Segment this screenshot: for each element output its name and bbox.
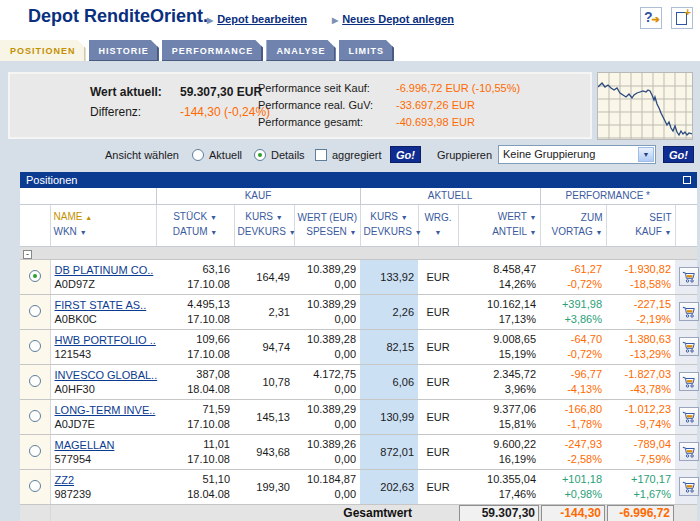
triangle-down-icon[interactable]: ▼ <box>530 214 537 221</box>
chart-sparkline <box>598 73 692 139</box>
shopping-cart-icon[interactable] <box>679 442 699 461</box>
collapse-minus-icon[interactable]: - <box>23 250 32 259</box>
new-document-icon[interactable] <box>671 7 693 29</box>
kauf-kurs-value: 164,49 <box>238 271 290 283</box>
shopping-cart-icon[interactable] <box>679 267 699 286</box>
position-name-link[interactable]: FIRST STATE AS.. <box>55 299 153 311</box>
row-select-radio[interactable] <box>29 410 41 422</box>
table-row: FIRST STATE AS.. A0BK0C 4.495,13 17.10.0… <box>20 294 697 329</box>
kauf-wert-value: 10.184,87 <box>298 472 356 487</box>
triangle-down-icon[interactable]: ▼ <box>415 229 422 236</box>
triangle-down-icon[interactable]: ▼ <box>289 229 296 236</box>
position-name-link[interactable]: INVESCO GLOBAL.. <box>55 369 153 381</box>
triangle-down-icon[interactable]: ▼ <box>435 229 442 236</box>
col-header-stueck-datum[interactable]: STÜCK ▼ DATUM ▼ <box>156 204 234 246</box>
shopping-cart-icon[interactable] <box>679 477 699 496</box>
tab-analyse[interactable]: ANALYSE <box>266 40 335 61</box>
seit-kauf-pct-value: -43,78% <box>610 382 671 397</box>
checkbox-aggregiert[interactable] <box>315 149 327 161</box>
aktuell-kurs-value: 2,26 <box>364 306 414 318</box>
tab-performance[interactable]: PERFORMANCE <box>162 40 264 61</box>
radio-details-label[interactable]: Details <box>271 144 305 165</box>
seit-kauf-pct-value: -13,29% <box>610 347 671 362</box>
triangle-up-icon[interactable]: ▲ <box>85 214 92 221</box>
wrg-value: EUR <box>422 271 454 283</box>
row-select-radio[interactable] <box>29 340 41 352</box>
wert-spesen-cell: 10.389,29 0,00 <box>294 294 360 329</box>
wert-spesen-cell: 10.389,26 0,00 <box>294 434 360 469</box>
triangle-down-icon[interactable]: ▼ <box>530 229 537 236</box>
aktuell-wert-value: 10.162,14 <box>462 297 536 312</box>
col-header-kurs-devkurs-kauf[interactable]: KURS ▼ DEVKURS ▼ <box>234 204 294 246</box>
triangle-down-icon[interactable]: ▼ <box>665 229 672 236</box>
spesen-value: 0,00 <box>298 382 356 397</box>
neues-depot-anlegen-link[interactable]: ▶Neues Depot anlegen <box>332 13 454 25</box>
col-header-wert-spesen[interactable]: WERT (EUR) SPESEN ▼ <box>294 204 360 246</box>
radio-aktuell[interactable] <box>192 149 204 161</box>
ansicht-go-button[interactable]: Go! <box>390 146 421 163</box>
position-name-cell: MAGELLAN 577954 <box>50 434 156 469</box>
anteil-value: 17,13% <box>462 312 536 327</box>
wrg-cell: EUR <box>418 469 458 504</box>
gruppieren-go-button[interactable]: Go! <box>663 146 694 163</box>
wrg-cell: EUR <box>418 259 458 294</box>
col-header-name[interactable]: NAME ▲ WKN ▼ <box>50 204 156 246</box>
triangle-down-icon[interactable]: ▼ <box>80 229 87 236</box>
triangle-down-icon[interactable]: ▼ <box>596 229 603 236</box>
seit-kauf-pct-value: -7,59% <box>610 452 671 467</box>
row-select-radio[interactable] <box>29 480 41 492</box>
positions-rows: DB PLATINUM CO.. A0D97Z 63,16 17.10.08 1… <box>20 259 697 504</box>
position-name-link[interactable]: LONG-TERM INVE.. <box>55 404 153 416</box>
tab-positionen[interactable]: POSITIONEN <box>0 40 86 61</box>
gruppieren-select[interactable]: Keine Gruppierung ▼ <box>498 145 656 164</box>
gruppieren-label: Gruppieren <box>437 144 492 165</box>
tab-historie[interactable]: HISTORIE <box>89 40 159 61</box>
col-header-seit-kauf[interactable]: SEIT KAUF ▼ <box>606 204 675 246</box>
checkbox-aggregiert-label[interactable]: aggregiert <box>332 144 382 165</box>
seit-kauf-value: -1.930,82 <box>610 262 671 277</box>
row-select-radio[interactable] <box>29 445 41 457</box>
position-name-link[interactable]: HWB PORTFOLIO .. <box>55 334 153 346</box>
shopping-cart-icon[interactable] <box>679 407 699 426</box>
chevron-down-icon[interactable]: ▼ <box>638 147 654 162</box>
position-name-link[interactable]: DB PLATINUM CO.. <box>55 264 153 276</box>
position-name-link[interactable]: MAGELLAN <box>55 439 153 451</box>
gesamtwert-label: Gesamtwert <box>50 504 458 521</box>
triangle-down-icon[interactable]: ▼ <box>276 214 283 221</box>
triangle-right-icon: ▶ <box>332 16 338 25</box>
anteil-value: 17,46% <box>462 487 536 502</box>
stueck-value: 4.495,13 <box>160 297 230 312</box>
window-box-icon[interactable] <box>683 176 691 184</box>
row-select-radio[interactable] <box>29 375 41 387</box>
stueck-value: 109,66 <box>160 332 230 347</box>
shopping-cart-icon[interactable] <box>679 337 699 356</box>
kauf-kurs-value: 943,68 <box>238 446 290 458</box>
radio-aktuell-label[interactable]: Aktuell <box>209 144 242 165</box>
triangle-down-icon[interactable]: ▼ <box>210 214 217 221</box>
row-select-radio[interactable] <box>29 270 41 282</box>
shopping-cart-icon[interactable] <box>679 302 699 321</box>
wert-anteil-cell: 9.008,65 15,19% <box>458 329 540 364</box>
col-header-wert-anteil[interactable]: WERT ▼ ANTEIL ▼ <box>458 204 540 246</box>
question-arrow-icon[interactable]: ?➔ <box>640 7 662 29</box>
shopping-cart-icon[interactable] <box>679 372 699 391</box>
radio-details[interactable] <box>254 149 266 161</box>
row-select-cell <box>20 399 50 434</box>
depot-bearbeiten-link[interactable]: ▶Depot bearbeiten <box>207 13 307 25</box>
wert-aktuell-value: 59.307,30 EUR <box>180 85 270 99</box>
position-name-link[interactable]: ZZ2 <box>55 474 153 486</box>
col-header-kurs-devkurs-aktuell[interactable]: KURS ▼ DEVKURS ▼ <box>360 204 418 246</box>
col-header-wrg[interactable]: WRG. ▼ <box>418 204 458 246</box>
wert-spesen-cell: 4.172,75 0,00 <box>294 364 360 399</box>
triangle-down-icon[interactable]: ▼ <box>210 229 217 236</box>
row-select-radio[interactable] <box>29 305 41 317</box>
tab-limits[interactable]: LIMITS <box>339 40 395 61</box>
spesen-value: 0,00 <box>298 277 356 292</box>
seit-kauf-pct-value: -9,74% <box>610 417 671 432</box>
triangle-down-icon[interactable]: ▼ <box>401 214 408 221</box>
trade-cell <box>675 399 697 434</box>
wrg-cell: EUR <box>418 364 458 399</box>
triangle-down-icon[interactable]: ▼ <box>350 229 357 236</box>
col-header-zum-vortag[interactable]: ZUM VORTAG ▼ <box>540 204 606 246</box>
performance-mini-chart[interactable] <box>597 72 693 140</box>
